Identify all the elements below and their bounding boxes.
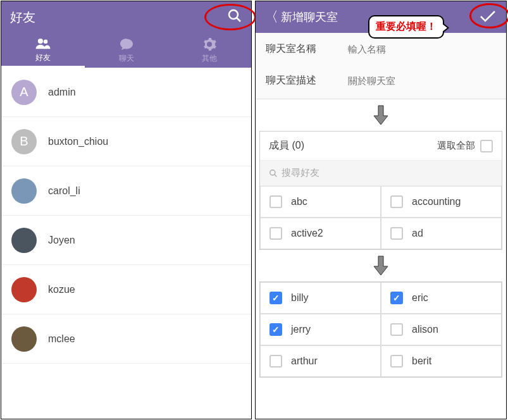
avatar xyxy=(11,178,37,204)
gear-icon xyxy=(201,37,218,52)
checkbox-icon xyxy=(390,227,403,240)
checkbox-checked-icon xyxy=(390,292,403,304)
chevron-left-icon: 〈 xyxy=(264,8,278,27)
avatar xyxy=(11,228,37,253)
select-all-label: 選取全部 xyxy=(437,140,475,152)
svg-point-4 xyxy=(270,170,275,175)
svg-line-1 xyxy=(237,18,240,22)
member-name: active2 xyxy=(291,228,323,239)
member-grid: abc accounting active2 ad xyxy=(260,186,502,249)
friend-name: kozue xyxy=(48,284,75,295)
form-label-desc: 聊天室描述 xyxy=(266,74,348,87)
tab-friends[interactable]: 好友 xyxy=(1,33,85,68)
tab-other[interactable]: 其他 xyxy=(168,33,251,68)
tab-bar: 好友 聊天 其他 xyxy=(1,33,251,68)
member-item[interactable]: alison xyxy=(381,314,502,345)
back-button[interactable]: 〈 新增聊天室 xyxy=(264,8,338,27)
select-all-button[interactable]: 選取全部 xyxy=(437,140,493,152)
friend-list: Aadmin Bbuxton_chiou carol_li Joyen kozu… xyxy=(1,68,251,364)
friend-item[interactable]: Aadmin xyxy=(1,68,251,117)
checkbox-icon xyxy=(269,195,282,208)
member-item[interactable]: abc xyxy=(260,186,381,218)
friend-name: mclee xyxy=(48,333,75,345)
member-name: billy xyxy=(291,292,309,304)
annotation-callout: 重要必填喔！ xyxy=(368,15,444,39)
form-row-desc: 聊天室描述 xyxy=(256,65,506,96)
create-chatroom-panel: 〈 新增聊天室 重要必填喔！ 聊天室名稱 聊天室描述 xyxy=(255,1,507,419)
friends-panel: 好友 好友 聊天 其他 Aadmin Bbuxton_chiou carol_ xyxy=(1,1,252,419)
member-item[interactable]: active2 xyxy=(260,218,381,249)
member-name: eric xyxy=(412,292,428,304)
avatar: A xyxy=(11,80,37,105)
checkbox-icon xyxy=(480,140,493,152)
member-item[interactable]: eric xyxy=(381,282,502,314)
member-name: accounting xyxy=(412,196,461,207)
check-icon xyxy=(480,10,496,23)
svg-point-0 xyxy=(229,10,238,19)
member-item[interactable]: ad xyxy=(381,218,502,249)
checkbox-icon xyxy=(390,195,403,208)
callout-text: 重要必填喔！ xyxy=(376,21,437,32)
members-header: 成員 (0) 選取全部 xyxy=(260,132,502,160)
tab-label: 好友 xyxy=(35,52,51,63)
member-item[interactable]: berit xyxy=(381,345,502,377)
svg-point-3 xyxy=(44,39,48,44)
member-item[interactable]: jerry xyxy=(260,314,381,345)
friend-name: admin xyxy=(48,87,76,98)
friend-item[interactable]: Joyen xyxy=(1,216,251,265)
annotation-arrow-down xyxy=(373,104,389,126)
svg-point-2 xyxy=(38,38,43,43)
friend-name: buxton_chiou xyxy=(48,136,108,147)
checkbox-icon xyxy=(390,323,403,336)
checkbox-icon xyxy=(269,355,282,368)
chatroom-name-input[interactable] xyxy=(348,44,496,54)
member-name: arthur xyxy=(291,355,318,367)
search-icon xyxy=(227,8,242,23)
avatar: B xyxy=(11,129,37,154)
svg-line-5 xyxy=(275,174,277,176)
checkbox-checked-icon xyxy=(269,292,282,304)
annotation-arrow-down xyxy=(373,255,389,276)
members-selected-section: billy eric jerry alison arthur berit xyxy=(259,281,502,378)
search-icon xyxy=(269,169,278,178)
friends-icon xyxy=(35,36,51,51)
checkbox-icon xyxy=(390,355,403,368)
chatroom-desc-input[interactable] xyxy=(348,75,496,86)
avatar xyxy=(11,326,37,352)
form-label-name: 聊天室名稱 xyxy=(266,42,348,56)
friend-item[interactable]: Bbuxton_chiou xyxy=(1,117,251,166)
member-item[interactable]: billy xyxy=(260,282,381,314)
checkbox-checked-icon xyxy=(269,323,282,336)
friend-item[interactable]: carol_li xyxy=(1,166,251,216)
friend-item[interactable]: mclee xyxy=(1,314,251,364)
chat-icon xyxy=(118,37,135,52)
friend-name: carol_li xyxy=(48,185,80,197)
friend-item[interactable]: kozue xyxy=(1,265,251,314)
member-name: jerry xyxy=(291,324,311,335)
members-title: 成員 (0) xyxy=(269,139,304,152)
member-item[interactable]: arthur xyxy=(260,345,381,377)
header-left: 好友 xyxy=(1,1,251,33)
member-name: abc xyxy=(291,196,307,207)
search-button[interactable] xyxy=(227,8,242,26)
members-section: 成員 (0) 選取全部 搜尋好友 abc accounting active2 … xyxy=(259,131,502,250)
member-item[interactable]: accounting xyxy=(381,186,502,218)
chatroom-form: 聊天室名稱 聊天室描述 xyxy=(256,33,506,99)
search-placeholder-text: 搜尋好友 xyxy=(282,167,319,179)
member-name: berit xyxy=(412,355,431,367)
tab-label: 聊天 xyxy=(119,53,134,64)
checkbox-icon xyxy=(269,227,282,240)
confirm-button[interactable] xyxy=(480,10,496,25)
page-title: 好友 xyxy=(10,9,35,26)
member-search-input[interactable]: 搜尋好友 xyxy=(260,160,502,186)
friend-name: Joyen xyxy=(48,235,75,246)
tab-label: 其他 xyxy=(202,53,217,64)
page-title: 新增聊天室 xyxy=(281,9,338,25)
tab-chat[interactable]: 聊天 xyxy=(85,33,168,68)
member-name: alison xyxy=(412,324,438,335)
member-name: ad xyxy=(412,228,423,239)
member-grid: billy eric jerry alison arthur berit xyxy=(260,282,502,377)
avatar xyxy=(11,277,37,302)
